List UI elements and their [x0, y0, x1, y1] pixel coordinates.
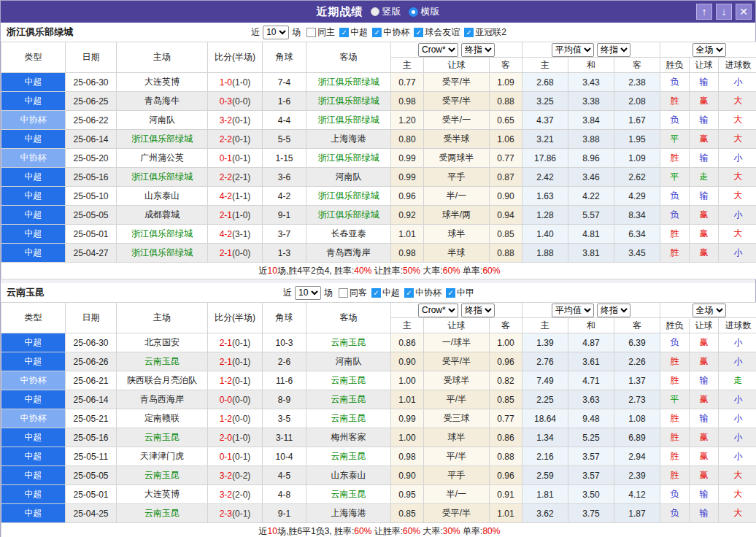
- unchecked-checkbox-icon[interactable]: [306, 28, 316, 37]
- euro-odds-time-select[interactable]: 终指: [597, 304, 630, 317]
- result-handicap: 输: [690, 73, 719, 92]
- match-date: 25-05-05: [66, 466, 117, 485]
- checked-checkbox-icon[interactable]: ✓: [414, 28, 423, 37]
- euro-away-odds: 1.08: [614, 409, 660, 428]
- team-section-1: 云南玉昆近10场同客✓中超✓中协杯✓中甲类型日期主场比分(半场)角球客场Crow…: [1, 279, 755, 537]
- halftime-score: (0-1): [232, 357, 250, 367]
- corner-score: 4-5: [263, 466, 306, 485]
- euro-company-select[interactable]: 平均值: [552, 43, 594, 57]
- filter-option-0[interactable]: 同主: [306, 26, 335, 39]
- euro-away-odds: 1.09: [614, 149, 660, 168]
- result-handicap: 赢: [690, 333, 719, 352]
- filter-option-3[interactable]: ✓中甲: [446, 287, 474, 299]
- euro-draw-odds: 3.75: [568, 504, 614, 523]
- team-summary: 近10场,胜4平2负4, 胜率:40% 让胜率:50% 大率:60% 单率:60…: [1, 263, 756, 279]
- summary-segment: 单率:: [460, 266, 483, 276]
- filter-option-2[interactable]: ✓中协杯: [372, 26, 409, 39]
- home-team: 青岛西海岸: [117, 390, 208, 409]
- result-goals: 小: [719, 352, 756, 371]
- euro-home-odds: 2.76: [522, 352, 568, 371]
- move-up-button[interactable]: ↑: [696, 4, 712, 20]
- fulltime-score: 3-2: [220, 490, 232, 500]
- result-outcome: 胜: [660, 352, 690, 371]
- asian-handicap-line: 受半/一: [424, 111, 490, 130]
- asian-home-odds: 0.98: [391, 92, 424, 111]
- col-result-handicap: 让球: [690, 318, 719, 333]
- asian-odds-time-select[interactable]: 终指: [461, 43, 495, 57]
- euro-draw-odds: 5.25: [568, 428, 614, 447]
- euro-draw-odds: 3.38: [568, 92, 614, 111]
- summary-segment: 单率:: [460, 526, 483, 536]
- result-goals: 小: [719, 409, 756, 428]
- filter-option-0[interactable]: 同客: [339, 287, 367, 299]
- halftime-score: (0-1): [232, 153, 250, 163]
- result-goals: 大: [719, 225, 756, 244]
- move-down-button[interactable]: ↓: [716, 4, 732, 20]
- euro-draw-odds: 3.63: [568, 390, 614, 409]
- match-type: 中超: [1, 390, 66, 409]
- filter-option-1[interactable]: ✓中超: [371, 287, 400, 299]
- match-count-select[interactable]: 10: [263, 26, 289, 39]
- euro-draw-odds: 3.88: [568, 130, 614, 149]
- result-goals: 小: [719, 244, 756, 263]
- match-row: 中超25-04-27浙江俱乐部绿城2-1(0-0)1-3青岛西海岸0.98半球0…: [1, 244, 756, 263]
- halftime-score: (0-1): [232, 452, 250, 462]
- fulltime-score: 2-1: [220, 338, 232, 348]
- radio-checked-icon[interactable]: [409, 7, 418, 17]
- away-team: 长春亚泰: [306, 225, 391, 244]
- euro-away-odds: 4.12: [614, 485, 660, 504]
- checked-checkbox-icon[interactable]: ✓: [371, 288, 381, 298]
- asian-odds-time-select[interactable]: 终指: [461, 304, 495, 317]
- filter-option-1[interactable]: ✓中超: [339, 26, 368, 39]
- col-result-wl: 胜负: [660, 58, 690, 73]
- asian-handicap-line: 半/一: [424, 485, 490, 504]
- radio-unchecked-icon[interactable]: [371, 7, 379, 16]
- away-team: 浙江俱乐部绿城: [306, 73, 391, 92]
- fulltime-score: 4-2: [220, 229, 232, 239]
- close-button[interactable]: ✕: [736, 4, 752, 20]
- match-row: 中超25-05-10山东泰山4-2(1-1)4-2浙江俱乐部绿城0.96半/一0…: [1, 187, 756, 206]
- layout-horizontal-option[interactable]: 横版: [409, 5, 440, 18]
- result-outcome: 负: [660, 187, 690, 206]
- odds-company-select[interactable]: Crow*: [418, 43, 458, 57]
- result-scope-select[interactable]: 全场: [693, 304, 726, 317]
- match-type: 中超: [1, 73, 66, 92]
- match-row: 中超25-06-30北京国安2-1(0-1)10-3云南玉昆0.86一/球半1.…: [1, 333, 756, 352]
- summary-segment: 80%: [482, 526, 500, 536]
- result-goals: 小: [719, 447, 756, 466]
- asian-home-odds: 0.99: [391, 149, 424, 168]
- col-type: 类型: [1, 303, 66, 333]
- filter-option-4[interactable]: ✓亚冠联2: [464, 26, 506, 39]
- match-row: 中协杯25-06-22河南队3-2(0-1)4-4浙江俱乐部绿城1.20受半/一…: [1, 111, 756, 130]
- euro-company-select[interactable]: 平均值: [552, 304, 594, 317]
- result-handicap: 输: [690, 485, 719, 504]
- layout-vertical-option[interactable]: 竖版: [371, 5, 401, 18]
- euro-draw-odds: 5.57: [568, 206, 614, 225]
- asian-odds-group-header: Crow*终指: [391, 42, 522, 58]
- col-euro-away: 客: [614, 58, 660, 73]
- match-count-select[interactable]: 10: [295, 286, 321, 300]
- panel-title: 近期战绩: [317, 5, 363, 19]
- result-handicap: 输: [690, 149, 719, 168]
- euro-odds-time-select[interactable]: 终指: [597, 43, 630, 57]
- euro-draw-odds: 8.96: [568, 149, 614, 168]
- euro-away-odds: 2.26: [614, 352, 660, 371]
- odds-company-select[interactable]: Crow*: [418, 304, 458, 317]
- filter-option-2[interactable]: ✓中协杯: [404, 287, 441, 299]
- home-team: 云南玉昆: [117, 466, 208, 485]
- checked-checkbox-icon[interactable]: ✓: [446, 288, 455, 298]
- halftime-score: (1-0): [232, 77, 250, 88]
- asian-handicap-line: 受三球: [424, 409, 490, 428]
- checked-checkbox-icon[interactable]: ✓: [372, 28, 382, 37]
- asian-home-odds: 0.98: [391, 447, 424, 466]
- checked-checkbox-icon[interactable]: ✓: [464, 28, 474, 37]
- unchecked-checkbox-icon[interactable]: [339, 288, 348, 298]
- score: 2-0(1-0): [208, 428, 263, 447]
- checked-checkbox-icon[interactable]: ✓: [404, 288, 414, 298]
- filter-option-3[interactable]: ✓球会友谊: [414, 26, 460, 39]
- checked-checkbox-icon[interactable]: ✓: [339, 28, 349, 37]
- halftime-score: (0-0): [232, 96, 250, 107]
- match-type: 中超: [1, 244, 66, 263]
- result-scope-select[interactable]: 全场: [693, 43, 726, 57]
- result-goals: 小: [719, 333, 756, 352]
